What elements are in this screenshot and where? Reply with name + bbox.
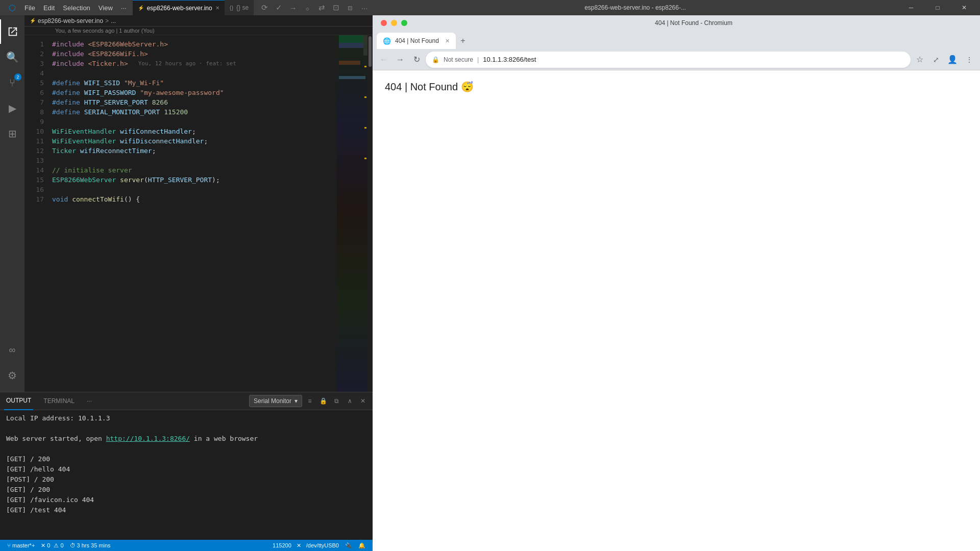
panel-dropdown-container: Serial Monitor ▾ ≡ 🔒 ⧉ ∧ ✕ xyxy=(249,395,369,407)
activity-explorer[interactable] xyxy=(0,19,24,44)
panel-dropdown[interactable]: Serial Monitor ▾ xyxy=(249,395,302,407)
debug-icon[interactable]: ⬦ xyxy=(301,1,314,14)
branch-name: master*+ xyxy=(12,542,35,548)
panel-more[interactable]: ··· xyxy=(85,397,94,405)
browser-new-tab-btn[interactable]: + xyxy=(456,34,470,48)
code-line-10: WiFiEventHandler wifiConnectHandler; xyxy=(50,127,337,136)
browser-account-btn[interactable]: 👤 xyxy=(945,53,960,67)
browser-forward-btn[interactable]: → xyxy=(393,53,407,67)
win-close[interactable]: ✕ xyxy=(952,0,976,15)
browser-tab-title: 404 | Not Found xyxy=(395,37,439,44)
serial-icon[interactable]: ⊡ xyxy=(329,1,342,14)
browser-tab-favicon: 🌐 xyxy=(383,37,391,45)
browser-panel: 404 | Not Found - Chromium 🌐 404 | Not F… xyxy=(373,15,980,551)
tab-terminal[interactable]: TERMINAL xyxy=(41,392,77,410)
panel-clear[interactable]: ≡ xyxy=(304,395,315,407)
browser-back-btn[interactable]: ← xyxy=(377,53,391,67)
status-branch[interactable]: ⑂ master*+ xyxy=(4,540,38,551)
tab-se-label: {} se xyxy=(236,4,249,11)
win-minimize[interactable]: ─ xyxy=(899,0,923,15)
status-errors[interactable]: ✕ 0 ⚠ 0 xyxy=(38,540,66,551)
menu-selection[interactable]: Selection xyxy=(63,4,90,12)
output-line-blank2 xyxy=(6,444,366,454)
tab-close-btn[interactable]: ✕ xyxy=(215,5,219,11)
status-baud[interactable]: 115200 xyxy=(270,540,295,551)
activity-source-control[interactable]: ⑂ 2 xyxy=(0,70,24,95)
status-port-sep: ✕ xyxy=(295,542,303,549)
error-icon: ✕ xyxy=(41,542,45,549)
time-icon: ⏱ xyxy=(70,542,76,548)
editor-tabs-bar: ⚡ esp8266-web-server.ino ✕ {} {} se xyxy=(133,0,254,15)
output-line-favicon: [GET] /favicon.ico 404 xyxy=(6,495,366,505)
status-connect[interactable]: 🔌 xyxy=(342,540,355,551)
vscode-menu: File Edit Selection View ··· xyxy=(24,4,127,12)
tab-label: esp8266-web-server.ino xyxy=(147,5,212,12)
browser-window-title: 404 | Not Found - Chromium xyxy=(415,19,972,27)
security-icon: 🔒 xyxy=(432,56,439,63)
browser-tab-active[interactable]: 🌐 404 | Not Found ✕ xyxy=(377,33,456,49)
browser-reload-btn[interactable]: ↻ xyxy=(409,53,424,67)
code-line-5: #define WIFI_SSID "My_Wi-Fi" xyxy=(50,78,337,88)
code-line-3: #include <Ticker.h>You, 12 hours ago · f… xyxy=(50,59,337,68)
git-blame-info: You, a few seconds ago | 1 author (You) xyxy=(24,27,373,35)
vertical-scrollbar[interactable] xyxy=(368,35,373,392)
browser-max-btn[interactable] xyxy=(401,20,407,26)
port-value: /dev/ttyUSB0 xyxy=(306,542,339,548)
code-line-14: // initialise server xyxy=(50,165,337,175)
activity-arduino[interactable]: ∞ xyxy=(0,338,24,362)
panel-close[interactable]: ✕ xyxy=(357,395,369,407)
menu-file[interactable]: File xyxy=(24,4,35,12)
activity-extensions[interactable]: ⊞ xyxy=(0,121,24,146)
panel-scroll-up[interactable]: ∧ xyxy=(344,395,355,407)
tab-se[interactable]: {} {} se xyxy=(225,0,254,15)
browser-close-btn[interactable] xyxy=(381,20,387,26)
browser-min-btn[interactable] xyxy=(391,20,397,26)
menu-edit[interactable]: Edit xyxy=(43,4,55,12)
browser-bookmark-btn[interactable]: ☆ xyxy=(913,53,927,67)
output-line-post: [POST] / 200 xyxy=(6,474,366,485)
more-icon[interactable]: ··· xyxy=(358,1,371,14)
menu-more[interactable]: ··· xyxy=(121,4,127,12)
split-icon[interactable]: ⧈ xyxy=(344,1,357,14)
check-icon[interactable]: ✓ xyxy=(272,1,285,14)
win-maximize[interactable]: □ xyxy=(926,0,949,15)
address-url[interactable]: 10.1.1.3:8266/test xyxy=(483,56,904,63)
activity-settings[interactable]: ⚙ xyxy=(0,363,24,388)
tab-esp8266[interactable]: ⚡ esp8266-web-server.ino ✕ xyxy=(133,0,225,15)
browser-zoom-btn[interactable]: ⤢ xyxy=(929,53,943,67)
status-port[interactable]: /dev/ttyUSB0 xyxy=(303,540,342,551)
board-icon[interactable]: ⇄ xyxy=(315,1,328,14)
status-time[interactable]: ⏱ 3 hrs 35 mins xyxy=(67,540,114,551)
panel-copy[interactable]: ⧉ xyxy=(331,395,342,407)
browser-tab-close-btn[interactable]: ✕ xyxy=(445,38,450,44)
output-line-test: [GET] /test 404 xyxy=(6,505,366,515)
breadcrumb-file[interactable]: esp8266-web-server.ino xyxy=(38,17,103,24)
baud-value: 115200 xyxy=(273,542,291,548)
breadcrumb-parent[interactable]: ... xyxy=(111,17,116,24)
code-line-1: #include <ESP8266WebServer.h> xyxy=(50,39,337,49)
browser-menu-btn[interactable]: ⋮ xyxy=(962,53,976,67)
status-bell[interactable]: 🔔 xyxy=(355,540,369,551)
activity-run[interactable]: ▶ xyxy=(0,96,24,120)
status-bar: ⑂ master*+ ✕ 0 ⚠ 0 ⏱ 3 hrs 35 mins 11520… xyxy=(0,540,373,551)
address-bar[interactable]: 🔒 Not secure | 10.1.1.3:8266/test xyxy=(426,52,911,68)
panel-lock[interactable]: 🔒 xyxy=(317,395,329,407)
window-controls: ─ □ ✕ xyxy=(899,0,976,15)
editor-toolbar: ⟳ ✓ → ⬦ ⇄ ⊡ ⧈ ··· xyxy=(258,1,371,14)
vscode-logo: ⬡ xyxy=(0,3,24,13)
breadcrumb-sep: > xyxy=(105,17,109,24)
activity-bar: 🔍 ⑂ 2 ▶ ⊞ ∞ ⚙ xyxy=(0,15,24,392)
run-icon[interactable]: ⟳ xyxy=(258,1,271,14)
upload-icon[interactable]: → xyxy=(286,1,300,14)
warning-icon: ⚠ xyxy=(54,542,59,549)
menu-view[interactable]: View xyxy=(99,4,113,12)
output-line-ip: Local IP address: 10.1.1.3 xyxy=(6,413,366,423)
tab-se-icon: {} xyxy=(230,5,233,11)
minimap xyxy=(337,35,368,392)
tab-output[interactable]: OUTPUT xyxy=(4,392,33,410)
browser-content: 404 | Not Found 😴 xyxy=(373,70,980,551)
output-link[interactable]: http://10.1.1.3:8266/ xyxy=(106,435,190,442)
browser-404-message: 404 | Not Found 😴 xyxy=(385,81,968,93)
activity-search[interactable]: 🔍 xyxy=(0,45,24,69)
code-line-8: #define SERIAL_MONITOR_PORT 115200 xyxy=(50,107,337,117)
